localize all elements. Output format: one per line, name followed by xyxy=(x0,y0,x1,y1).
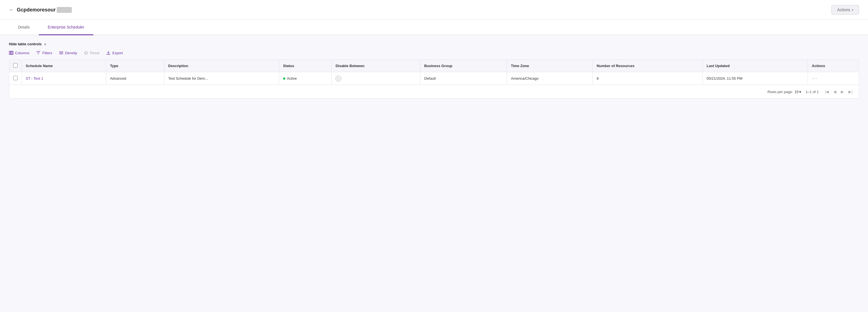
select-all-checkbox[interactable] xyxy=(13,63,18,68)
table-controls-toggle[interactable]: Hide table controls ∧ xyxy=(9,42,859,46)
rows-per-page-select[interactable]: 15 ▾ xyxy=(795,90,801,94)
rows-per-page: Rows per page: 15 ▾ xyxy=(767,90,801,94)
col-type: Type xyxy=(106,60,164,72)
col-last-updated: Last Updated xyxy=(703,60,808,72)
col-num-resources: Number of Resources xyxy=(593,60,703,72)
page-navigation: |◀ ◀ ▶ ▶| xyxy=(823,88,854,95)
actions-button[interactable]: Actions ▾ xyxy=(831,5,859,14)
prev-page-button[interactable]: ◀ xyxy=(832,88,838,95)
content: Hide table controls ∧ Columns Filters De… xyxy=(0,35,868,105)
cell-status: Active xyxy=(279,72,332,85)
rows-per-page-value: 15 xyxy=(795,90,798,94)
cell-description: Test Schedule for Dem... xyxy=(164,72,279,85)
schedule-table: Schedule Name Type Description Status Di… xyxy=(9,60,859,85)
col-time-zone: Time Zone xyxy=(507,60,593,72)
status-text: Active xyxy=(287,76,297,81)
last-page-button[interactable]: ▶| xyxy=(847,88,854,95)
actions-chevron-icon: ▾ xyxy=(852,8,853,11)
row-actions-button[interactable]: ··· xyxy=(812,75,818,81)
col-business-group: Business Group xyxy=(420,60,507,72)
cell-disable-between: ◷ xyxy=(332,72,420,85)
tab-details[interactable]: Details xyxy=(9,20,39,35)
columns-icon xyxy=(9,51,13,55)
clock-icon: ◷ xyxy=(336,76,341,81)
export-label: Export xyxy=(112,51,123,55)
table-header-row: Schedule Name Type Description Status Di… xyxy=(9,60,859,72)
reset-label: Reset xyxy=(90,51,99,55)
table-wrapper: Schedule Name Type Description Status Di… xyxy=(9,60,859,99)
cell-actions: ··· xyxy=(808,72,859,85)
collapse-icon: ∧ xyxy=(44,42,46,46)
cell-last-updated: 05/21/2024, 11:55 PM xyxy=(703,72,808,85)
actions-label: Actions xyxy=(837,7,850,12)
col-description: Description xyxy=(164,60,279,72)
cell-time-zone: America/Chicago xyxy=(507,72,593,85)
schedule-name-link[interactable]: ST - Test 1 xyxy=(26,76,43,81)
svg-rect-0 xyxy=(9,51,10,55)
status-indicator xyxy=(283,77,285,80)
cell-num-resources: 8 xyxy=(593,72,703,85)
page-info: 1–1 of 1 xyxy=(806,90,819,94)
filters-button[interactable]: Filters xyxy=(36,51,52,55)
filters-label: Filters xyxy=(42,51,52,55)
reset-icon xyxy=(84,51,88,55)
rows-per-page-chevron: ▾ xyxy=(799,90,801,94)
header: ← Gcpdemoresour■■■■■ Actions ▾ xyxy=(0,0,868,20)
cell-schedule-name: ST - Test 1 xyxy=(22,72,106,85)
cell-business-group: Default xyxy=(420,72,507,85)
reset-button[interactable]: Reset xyxy=(84,51,99,55)
density-button[interactable]: Density xyxy=(59,51,77,55)
columns-button[interactable]: Columns xyxy=(9,51,29,55)
header-select-all[interactable] xyxy=(9,60,22,72)
col-disable-between: Disable Between xyxy=(332,60,420,72)
rows-per-page-label: Rows per page: xyxy=(767,90,793,94)
export-button[interactable]: Export xyxy=(106,51,123,55)
back-button[interactable]: ← xyxy=(9,7,14,13)
columns-label: Columns xyxy=(15,51,29,55)
svg-rect-1 xyxy=(11,51,12,55)
tabs: Details Enterprise Scheduler xyxy=(0,20,868,35)
toolbar: Columns Filters Density Reset xyxy=(9,51,859,55)
density-label: Density xyxy=(65,51,77,55)
filters-icon xyxy=(36,51,40,55)
first-page-button[interactable]: |◀ xyxy=(823,88,831,95)
status-cell: Active xyxy=(283,76,328,81)
pagination: Rows per page: 15 ▾ 1–1 of 1 |◀ ◀ ▶ ▶| xyxy=(9,85,859,98)
col-schedule-name: Schedule Name xyxy=(22,60,106,72)
page-title: Gcpdemoresour■■■■■ xyxy=(17,7,72,13)
svg-rect-2 xyxy=(12,51,13,55)
page-title-blurred: ■■■■■ xyxy=(57,7,72,13)
row-select-cell[interactable] xyxy=(9,72,22,85)
export-icon xyxy=(106,51,111,55)
back-icon: ← xyxy=(9,7,14,13)
page-title-text: Gcpdemoresour xyxy=(17,7,56,12)
table-controls-label: Hide table controls xyxy=(9,42,42,46)
next-page-button[interactable]: ▶ xyxy=(839,88,846,95)
cell-type: Advanced xyxy=(106,72,164,85)
col-actions: Actions xyxy=(808,60,859,72)
tab-enterprise-scheduler[interactable]: Enterprise Scheduler xyxy=(39,20,93,35)
header-left: ← Gcpdemoresour■■■■■ xyxy=(9,7,72,13)
table-row: ST - Test 1 Advanced Test Schedule for D… xyxy=(9,72,859,85)
density-icon xyxy=(59,51,63,55)
row-checkbox[interactable] xyxy=(13,76,18,80)
col-status: Status xyxy=(279,60,332,72)
